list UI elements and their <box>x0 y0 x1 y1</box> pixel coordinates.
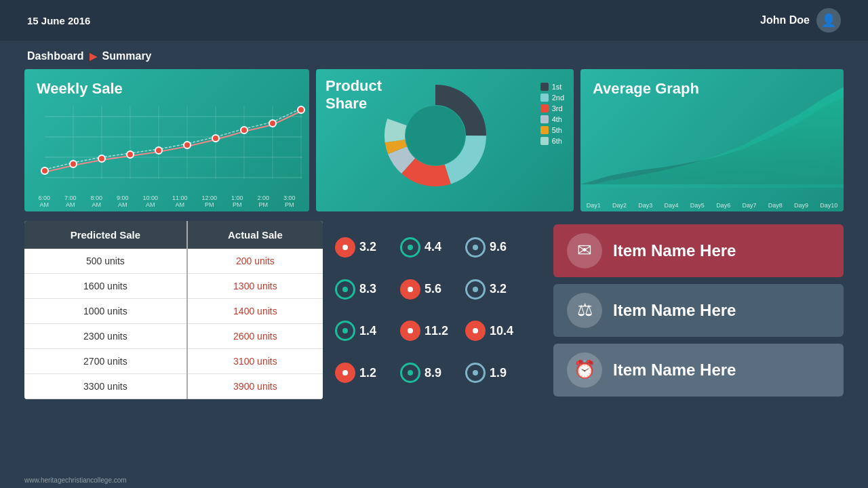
breadcrumb: Dashboard ▶ Summary <box>0 41 868 69</box>
metric-item: 1.2 <box>335 363 389 383</box>
item-label: Item Name Here <box>613 361 736 380</box>
svg-marker-31 <box>580 86 844 188</box>
metric-circle <box>465 321 486 341</box>
metric-circle <box>335 363 355 383</box>
product-share-chart: Product Share <box>316 69 574 211</box>
predicted-cell: 1600 units <box>24 274 187 299</box>
metric-item: 8.9 <box>400 363 454 383</box>
item-icon: ⚖ <box>567 293 602 328</box>
main-content: Weekly Sale <box>0 69 868 399</box>
svg-point-20 <box>241 127 248 134</box>
svg-point-14 <box>70 161 77 167</box>
x-label-9: 3:00PM <box>283 195 296 209</box>
metric-value: 9.6 <box>490 240 507 254</box>
footer-text: www.heritagechristiancollege.com <box>24 476 127 484</box>
metric-value: 1.9 <box>490 366 507 380</box>
metric-value: 8.9 <box>425 366 441 380</box>
product-share-title: Product Share <box>326 77 382 113</box>
header-date: 15 June 2016 <box>27 15 90 26</box>
table-row: 1600 units 1300 units <box>24 274 323 299</box>
metric-item: 10.4 <box>465 321 519 341</box>
metric-item: 9.6 <box>465 237 519 258</box>
x-label-6: 12:00PM <box>201 195 217 209</box>
legend-2nd: 2nd <box>540 94 564 102</box>
actual-cell: 1400 units <box>187 299 323 324</box>
predicted-cell: 2300 units <box>24 324 187 349</box>
table-row: 1000 units 1400 units <box>24 299 323 324</box>
x-label-0: 6:00AM <box>38 195 50 209</box>
x-label-7: 1:00PM <box>231 195 243 209</box>
sales-table: Predicted Sale Actual Sale 500 units 200… <box>24 221 323 399</box>
metric-circle <box>400 237 420 258</box>
items-card: ✉ Item Name Here ⚖ Item Name Here ⏰ Item… <box>553 221 844 399</box>
metric-circle <box>335 279 355 300</box>
legend-5th: 5th <box>540 126 564 134</box>
metric-item: 5.6 <box>400 279 454 300</box>
metric-item: 3.2 <box>335 237 389 258</box>
metrics-card: 3.24.49.68.35.63.21.411.210.41.28.91.9 <box>330 221 547 399</box>
metric-value: 1.2 <box>359 366 376 380</box>
user-icon: 👤 <box>821 13 836 28</box>
header: 15 June 2016 John Doe 👤 <box>0 0 868 41</box>
metric-circle <box>335 321 355 341</box>
metric-value: 1.4 <box>359 324 376 338</box>
product-share-legend: 1st 2nd 3rd 4th <box>540 83 564 145</box>
metric-circle <box>465 279 486 300</box>
breadcrumb-root[interactable]: Dashboard <box>27 50 84 62</box>
item-button-1[interactable]: ✉ Item Name Here <box>553 224 844 277</box>
svg-point-17 <box>155 147 162 154</box>
metric-row: 1.411.210.4 <box>330 318 547 344</box>
item-icon: ✉ <box>567 233 602 268</box>
legend-4th: 4th <box>540 115 564 123</box>
predicted-cell: 500 units <box>24 249 187 274</box>
metric-row: 3.24.49.6 <box>330 235 547 260</box>
svg-point-18 <box>184 142 191 148</box>
legend-3rd: 3rd <box>540 104 564 113</box>
x-label-5: 11:00AM <box>172 195 188 209</box>
actual-cell: 1300 units <box>187 274 323 299</box>
svg-point-29 <box>406 106 465 165</box>
metric-value: 10.4 <box>490 324 513 338</box>
charts-row: Weekly Sale <box>24 69 844 211</box>
svg-point-13 <box>41 167 48 174</box>
metric-row: 8.35.63.2 <box>330 277 547 302</box>
table-col1-header: Predicted Sale <box>24 221 187 249</box>
legend-6th: 6th <box>540 137 564 145</box>
metric-item: 1.9 <box>465 363 519 383</box>
metric-item: 1.4 <box>335 321 389 341</box>
x-label-1: 7:00AM <box>64 195 77 209</box>
predicted-cell: 1000 units <box>24 299 187 324</box>
header-user: John Doe 👤 <box>760 8 841 33</box>
average-graph-svg <box>580 69 844 211</box>
metric-value: 5.6 <box>425 282 441 296</box>
legend-1st: 1st <box>540 83 564 91</box>
donut-chart <box>381 81 490 190</box>
metric-circle <box>400 321 420 341</box>
metric-item: 3.2 <box>465 279 519 300</box>
metric-circle <box>465 363 486 383</box>
metric-value: 8.3 <box>359 282 376 296</box>
table-col2-header: Actual Sale <box>187 221 323 249</box>
metric-item: 11.2 <box>400 321 454 341</box>
metric-item: 4.4 <box>400 237 454 258</box>
user-name: John Doe <box>760 14 810 26</box>
item-button-3[interactable]: ⏰ Item Name Here <box>553 344 844 396</box>
metric-circle <box>400 279 420 300</box>
metric-item: 8.3 <box>335 279 389 300</box>
svg-point-16 <box>127 151 134 158</box>
metric-value: 3.2 <box>359 240 376 254</box>
metric-circle <box>400 363 420 383</box>
item-label: Item Name Here <box>613 241 736 260</box>
svg-point-21 <box>269 120 276 127</box>
metric-value: 4.4 <box>425 240 441 254</box>
svg-point-22 <box>298 106 304 113</box>
bottom-row: Predicted Sale Actual Sale 500 units 200… <box>24 221 844 399</box>
svg-point-15 <box>98 155 105 162</box>
item-button-2[interactable]: ⚖ Item Name Here <box>553 284 844 337</box>
table-row: 3300 units 3900 units <box>24 374 323 399</box>
svg-point-19 <box>212 135 219 142</box>
predicted-cell: 3300 units <box>24 374 187 399</box>
table-row: 2700 units 3100 units <box>24 349 323 374</box>
x-label-4: 10:00AM <box>142 195 158 209</box>
metric-value: 3.2 <box>490 282 507 296</box>
